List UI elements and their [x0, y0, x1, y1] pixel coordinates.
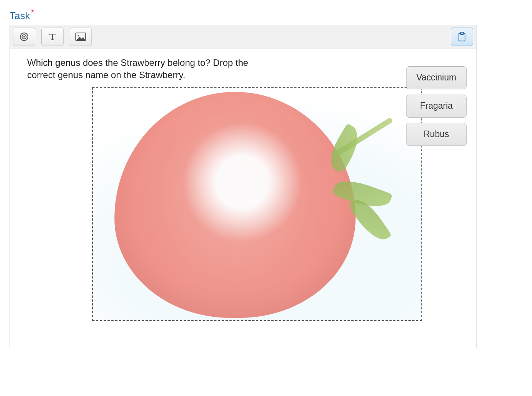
- target-tool-button[interactable]: [13, 28, 35, 46]
- drag-option-fragaria[interactable]: Fragaria: [406, 95, 467, 118]
- drag-option-rubus[interactable]: Rubus: [406, 123, 467, 146]
- target-icon: [19, 32, 29, 42]
- drag-option-label: Vaccinium: [416, 72, 456, 83]
- task-panel: Which genus does the Strawberry belong t…: [10, 25, 477, 348]
- svg-point-4: [78, 35, 79, 36]
- section-title: Task*: [10, 8, 477, 22]
- text-icon: [47, 32, 57, 42]
- svg-rect-6: [460, 32, 463, 34]
- drag-option-label: Fragaria: [420, 101, 453, 111]
- svg-point-2: [23, 36, 25, 38]
- required-asterisk: *: [31, 8, 34, 17]
- clipboard-icon: [458, 32, 466, 42]
- task-toolbar: [10, 25, 476, 49]
- drag-option-vaccinium[interactable]: Vaccinium: [406, 66, 467, 89]
- image-drop-zone[interactable]: [92, 87, 422, 321]
- task-content-area: Which genus does the Strawberry belong t…: [10, 49, 476, 348]
- image-icon: [75, 33, 86, 41]
- drag-options-list: Vaccinium Fragaria Rubus: [406, 66, 467, 146]
- question-prompt: Which genus does the Strawberry belong t…: [27, 57, 272, 82]
- drag-option-label: Rubus: [424, 129, 449, 139]
- strawberry-image: [93, 88, 421, 320]
- section-title-text: Task: [10, 10, 30, 21]
- text-tool-button[interactable]: [41, 28, 64, 46]
- image-tool-button[interactable]: [70, 28, 92, 46]
- clipboard-tool-button[interactable]: [451, 28, 473, 46]
